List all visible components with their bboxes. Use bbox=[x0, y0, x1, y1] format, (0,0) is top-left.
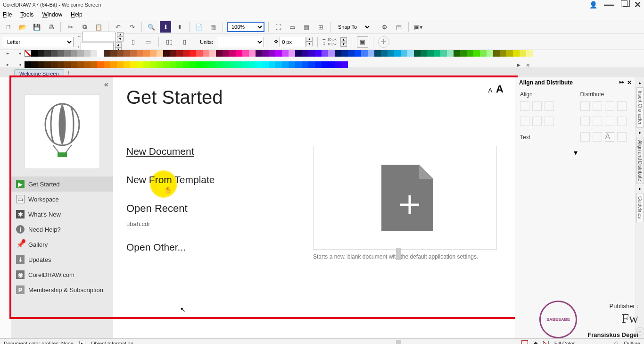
paper-size-combo[interactable]: Letter bbox=[3, 37, 74, 47]
color-swatch[interactable] bbox=[44, 61, 51, 68]
color-swatch[interactable] bbox=[51, 50, 58, 57]
color-swatch[interactable] bbox=[84, 50, 91, 57]
color-swatch[interactable] bbox=[38, 50, 44, 57]
cut-button[interactable]: ✂ bbox=[65, 21, 76, 33]
color-swatch[interactable] bbox=[91, 61, 97, 68]
color-swatch[interactable] bbox=[150, 61, 157, 68]
rectangle-tool[interactable] bbox=[1, 147, 10, 156]
color-swatch[interactable] bbox=[64, 61, 71, 68]
color-swatch[interactable] bbox=[262, 50, 269, 57]
color-swatch[interactable] bbox=[196, 61, 203, 68]
color-swatch[interactable] bbox=[163, 61, 170, 68]
color-swatch[interactable] bbox=[440, 50, 447, 57]
color-swatch[interactable] bbox=[223, 50, 229, 57]
color-swatch[interactable] bbox=[493, 50, 500, 57]
user-icon[interactable]: 👤 bbox=[589, 1, 597, 8]
color-swatch[interactable] bbox=[275, 50, 282, 57]
palette-scroll-left-2[interactable]: ◂ bbox=[15, 61, 25, 68]
color-swatch[interactable] bbox=[249, 50, 256, 57]
nav-coreldraw-com[interactable]: ◉ CorelDRAW.com bbox=[11, 267, 113, 282]
color-swatch[interactable] bbox=[104, 61, 110, 68]
color-swatch[interactable] bbox=[341, 50, 348, 57]
color-swatch[interactable] bbox=[256, 50, 262, 57]
vtab-flyout-icon-2[interactable]: ▸ bbox=[639, 130, 641, 135]
color-swatch[interactable] bbox=[91, 50, 97, 57]
color-swatch[interactable] bbox=[130, 50, 137, 57]
add-docker-button[interactable]: + bbox=[636, 327, 644, 336]
color-swatch[interactable] bbox=[348, 50, 355, 57]
color-swatch[interactable] bbox=[44, 50, 51, 57]
close-button[interactable]: ✕ bbox=[634, 0, 641, 10]
vtab-insert-character[interactable]: Insert Character bbox=[636, 87, 644, 128]
color-swatch[interactable] bbox=[38, 61, 44, 68]
new-button[interactable]: 🗋 bbox=[3, 21, 14, 33]
nav-workspace[interactable]: ▭ Workspace bbox=[11, 192, 113, 207]
color-swatch[interactable] bbox=[71, 61, 77, 68]
app-button[interactable]: ▣▾ bbox=[413, 21, 424, 33]
table-tool[interactable] bbox=[1, 193, 10, 201]
color-swatch[interactable] bbox=[407, 50, 414, 57]
color-swatch[interactable] bbox=[473, 50, 480, 57]
color-swatch[interactable] bbox=[388, 50, 394, 57]
color-swatch[interactable] bbox=[216, 50, 223, 57]
color-swatch[interactable] bbox=[64, 50, 71, 57]
options-button[interactable]: ⚙ bbox=[379, 21, 390, 33]
show-grid-button[interactable]: ▦ bbox=[301, 21, 312, 33]
color-swatch[interactable] bbox=[110, 61, 117, 68]
link-new-document[interactable]: New Document bbox=[126, 146, 294, 157]
color-swatch[interactable] bbox=[203, 50, 209, 57]
color-swatch[interactable] bbox=[77, 50, 84, 57]
color-swatch[interactable] bbox=[335, 61, 341, 68]
color-swatch[interactable] bbox=[209, 50, 216, 57]
nav-gallery[interactable]: 📌 Gallery bbox=[11, 237, 113, 252]
current-page-button[interactable]: ▯ bbox=[179, 36, 190, 48]
color-swatch[interactable] bbox=[289, 50, 295, 57]
docker-close-icon[interactable]: ✕ bbox=[627, 79, 632, 86]
color-swatch[interactable] bbox=[295, 50, 302, 57]
nav-membership[interactable]: P Membership & Subscription bbox=[11, 282, 113, 297]
color-swatch[interactable] bbox=[282, 61, 289, 68]
color-swatch[interactable] bbox=[308, 50, 315, 57]
nav-whats-new[interactable]: ✱ What's New bbox=[11, 207, 113, 222]
palette-2[interactable] bbox=[25, 61, 348, 68]
nav-need-help[interactable]: i Need Help? bbox=[11, 222, 113, 237]
color-swatch[interactable] bbox=[223, 61, 229, 68]
color-swatch[interactable] bbox=[289, 61, 295, 68]
nudge-distance[interactable]: ✥ ▲▼ bbox=[274, 37, 313, 47]
fill-indicator-icon[interactable]: ◆ bbox=[534, 340, 537, 344]
add-preset-button[interactable]: + bbox=[378, 36, 389, 48]
pick-tool[interactable] bbox=[1, 79, 10, 88]
color-swatch[interactable] bbox=[242, 50, 249, 57]
color-swatch[interactable] bbox=[302, 50, 308, 57]
content-scrollbar[interactable] bbox=[396, 248, 401, 344]
outline-tool[interactable] bbox=[1, 260, 10, 269]
units-combo[interactable] bbox=[217, 37, 264, 47]
distribute-buttons-row2[interactable] bbox=[576, 116, 636, 131]
palette-toggle-1[interactable]: ▸ bbox=[3, 50, 12, 57]
all-pages-button[interactable]: ▯▯ bbox=[164, 36, 175, 48]
link-open-other[interactable]: Open Other... bbox=[126, 242, 294, 253]
vtab-flyout-icon-3[interactable]: ▸ bbox=[639, 186, 641, 191]
color-swatch[interactable] bbox=[328, 61, 335, 68]
redo-button[interactable]: ↷ bbox=[126, 21, 138, 33]
eyedropper-tool[interactable] bbox=[1, 249, 10, 258]
dimension-tool[interactable] bbox=[1, 204, 10, 212]
landscape-button[interactable]: ▭ bbox=[142, 36, 154, 48]
color-swatch[interactable] bbox=[427, 50, 434, 57]
color-swatch[interactable] bbox=[282, 50, 289, 57]
color-swatch[interactable] bbox=[97, 61, 104, 68]
paste-button[interactable]: 📋 bbox=[93, 21, 104, 33]
font-size-toggle[interactable]: AA bbox=[488, 83, 504, 95]
color-swatch[interactable] bbox=[51, 61, 58, 68]
color-swatch[interactable] bbox=[143, 50, 150, 57]
color-swatch[interactable] bbox=[176, 50, 183, 57]
color-swatch[interactable] bbox=[209, 61, 216, 68]
treat-as-filled-button[interactable]: ▣ bbox=[357, 36, 368, 48]
color-swatch[interactable] bbox=[447, 50, 454, 57]
undo-button[interactable]: ↶ bbox=[112, 21, 124, 33]
align-buttons-row2[interactable] bbox=[515, 116, 576, 131]
color-swatch[interactable] bbox=[71, 50, 77, 57]
color-swatch[interactable] bbox=[460, 50, 467, 57]
maximize-button[interactable] bbox=[621, 0, 627, 9]
color-swatch[interactable] bbox=[170, 50, 176, 57]
